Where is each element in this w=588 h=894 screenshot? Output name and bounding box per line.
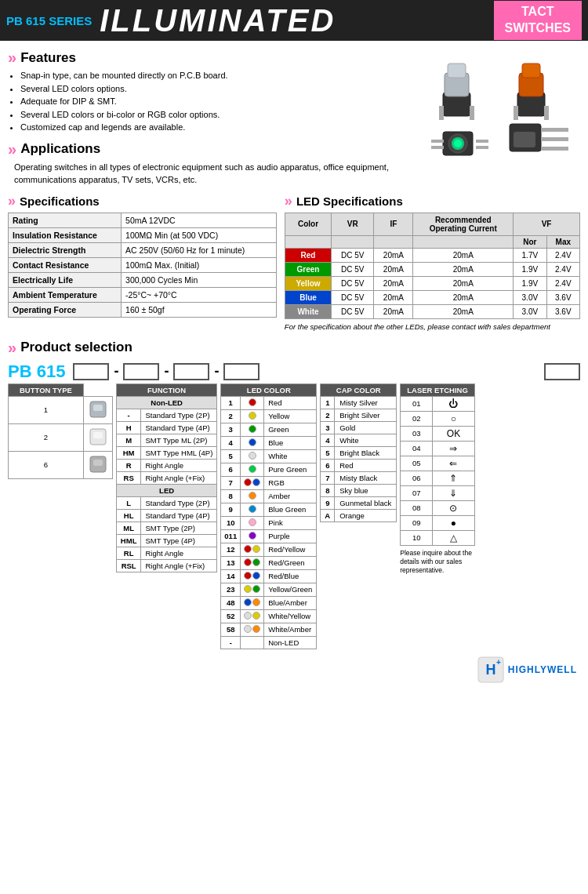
led-dot bbox=[249, 505, 256, 513]
specs-title: » Specifications bbox=[8, 193, 277, 209]
spec-label: Insulation Resistance bbox=[9, 227, 122, 242]
led-col-if: IF bbox=[374, 213, 413, 235]
led-c-num: 58 bbox=[221, 623, 241, 636]
led-dot-2 bbox=[252, 625, 260, 633]
svg-rect-28 bbox=[93, 460, 103, 466]
func-row: M SMT Type ML (2P) bbox=[116, 434, 216, 446]
led-c-name: Red/Blue bbox=[264, 569, 317, 583]
led-c-name: Pure Green bbox=[264, 463, 317, 476]
led-row: Red DC 5V 20mA 20mA 1.7V 2.4V bbox=[285, 248, 579, 262]
device-svg bbox=[419, 45, 576, 179]
led-color-row: 13 Red/Green bbox=[221, 556, 317, 569]
svg-text:H: H bbox=[485, 662, 495, 678]
cap-color-row: 7 Misty Black bbox=[321, 471, 397, 484]
led-dot bbox=[249, 518, 256, 526]
spec-value: AC 250V (50/60 Hz for 1 minute) bbox=[122, 242, 277, 257]
cap-color-table: CAP COLOR 1 Misty Silver2 Bright Silver3… bbox=[320, 383, 397, 522]
svg-rect-24 bbox=[93, 405, 103, 411]
laser-num: 08 bbox=[401, 500, 433, 515]
cap-num: 2 bbox=[321, 409, 335, 421]
led-nor: 1.9V bbox=[514, 276, 546, 290]
led-c-dot bbox=[241, 636, 264, 649]
led-c-name: Amber bbox=[264, 489, 317, 503]
features-apps-row: » Features Snap-in type, can be mounted … bbox=[8, 45, 580, 187]
laser-num: 07 bbox=[401, 485, 433, 500]
led-dot-2 bbox=[252, 598, 260, 606]
function-table: FUNCTION Non-LED- Standard Type (2P)H St… bbox=[116, 383, 217, 572]
cap-color-row: A Orange bbox=[321, 509, 397, 522]
led-c-num: 5 bbox=[221, 449, 241, 463]
features-apps-text: » Features Snap-in type, can be mounted … bbox=[8, 45, 409, 187]
led-dot bbox=[249, 438, 256, 446]
laser-num: 01 bbox=[401, 396, 433, 411]
led-c-dot bbox=[241, 409, 264, 423]
spec-label: Rating bbox=[9, 213, 122, 227]
spec-value: 100mΩ Max. (Initial) bbox=[122, 257, 277, 272]
svg-rect-22 bbox=[514, 132, 535, 147]
func-code: HM bbox=[116, 446, 141, 459]
led-dot bbox=[249, 492, 256, 500]
svg-rect-20 bbox=[541, 137, 568, 141]
spec-row: Operating Force 160 ± 50gf bbox=[9, 302, 277, 317]
led-c-name: Blue/Amber bbox=[264, 596, 317, 609]
applications-section: » Applications Operating switches in all… bbox=[8, 140, 409, 187]
tact-switches-box: TACT SWITCHES bbox=[494, 1, 582, 40]
laser-etching-table-wrap: LASER ETCHING 01 ⏻02 ○03 OK04 ⇒05 ⇐06 ⇑0… bbox=[400, 383, 478, 575]
btn-type-header: BUTTON TYPE bbox=[9, 383, 84, 396]
cap-name: Gold bbox=[335, 421, 397, 434]
specs-section: » Specifications Rating 50mA 12VDCInsula… bbox=[8, 193, 277, 331]
led-color-row: 9 Blue Green bbox=[221, 503, 317, 516]
cap-num: 6 bbox=[321, 459, 335, 471]
svg-rect-7 bbox=[522, 64, 540, 78]
func-row: RSL Right Angle (+Fix) bbox=[116, 559, 216, 572]
laser-symbol: ● bbox=[433, 515, 475, 530]
led-if: 20mA bbox=[374, 248, 413, 262]
led-col-max: Max bbox=[546, 235, 579, 248]
func-code: - bbox=[116, 409, 141, 421]
switches-label: SWITCHES bbox=[505, 20, 571, 37]
laser-num: 09 bbox=[401, 515, 433, 530]
led-nor: 3.0V bbox=[514, 304, 546, 318]
led-col-vf: VF bbox=[514, 213, 580, 235]
laser-num: 05 bbox=[401, 456, 433, 471]
laser-num: 03 bbox=[401, 426, 433, 441]
laser-symbol: ⊙ bbox=[433, 500, 475, 515]
features-title: » Features bbox=[8, 49, 409, 67]
led-if: 20mA bbox=[374, 290, 413, 304]
led-dot bbox=[249, 465, 256, 473]
laser-row: 05 ⇐ bbox=[401, 456, 475, 471]
svg-text:+: + bbox=[496, 658, 501, 667]
svg-rect-13 bbox=[431, 146, 444, 149]
led-color-row: 10 Pink bbox=[221, 516, 317, 529]
cap-name: Gunmetal black bbox=[335, 496, 397, 509]
led-c-dot bbox=[241, 463, 264, 476]
func-code: L bbox=[116, 496, 141, 509]
led-row: Yellow DC 5V 20mA 20mA 1.9V 2.4V bbox=[285, 276, 579, 290]
led-vr: DC 5V bbox=[332, 290, 374, 304]
led-if: 20mA bbox=[374, 262, 413, 276]
led-c-num: - bbox=[221, 636, 241, 649]
led-dot-1 bbox=[244, 625, 252, 633]
led-c-dot bbox=[241, 516, 264, 529]
svg-rect-14 bbox=[476, 146, 488, 149]
led-c-dot bbox=[241, 396, 264, 409]
laser-header: LASER ETCHING bbox=[401, 383, 475, 396]
led-row: Blue DC 5V 20mA 20mA 3.0V 3.6V bbox=[285, 290, 579, 304]
func-row: RL Right Angle bbox=[116, 547, 216, 559]
header: PB 615 SERIES ILLUMINATED TACT SWITCHES bbox=[0, 0, 588, 41]
led-dot bbox=[249, 532, 256, 540]
led-dot-2 bbox=[252, 558, 260, 566]
led-if: 20mA bbox=[374, 276, 413, 290]
led-nor: 1.9V bbox=[514, 262, 546, 276]
func-row: R Right Angle bbox=[116, 459, 216, 471]
features-section: » Features Snap-in type, can be mounted … bbox=[8, 49, 409, 134]
led-dot-1 bbox=[244, 478, 252, 486]
btn-num: 2 bbox=[9, 423, 84, 451]
led-c-name: Green bbox=[264, 423, 317, 436]
led-color-row: 8 Amber bbox=[221, 489, 317, 503]
led-color-row: 1 Red bbox=[221, 396, 317, 409]
led-c-dot bbox=[241, 543, 264, 556]
spec-row: Ambient Temperature -25°C~ +70°C bbox=[9, 287, 277, 302]
feature-item: Adequate for DIP & SMT. bbox=[20, 95, 409, 108]
spec-row: Insulation Resistance 100MΩ Min (at 500 … bbox=[9, 227, 277, 242]
